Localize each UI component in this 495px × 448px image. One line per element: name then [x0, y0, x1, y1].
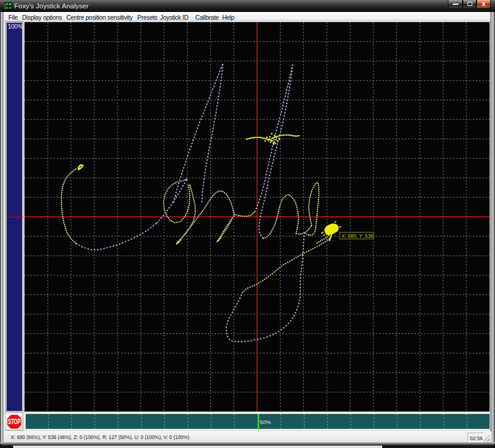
svg-text:STOP: STOP: [8, 418, 20, 425]
svg-text:X: 680, Y: 536: X: 680, Y: 536: [342, 233, 374, 239]
